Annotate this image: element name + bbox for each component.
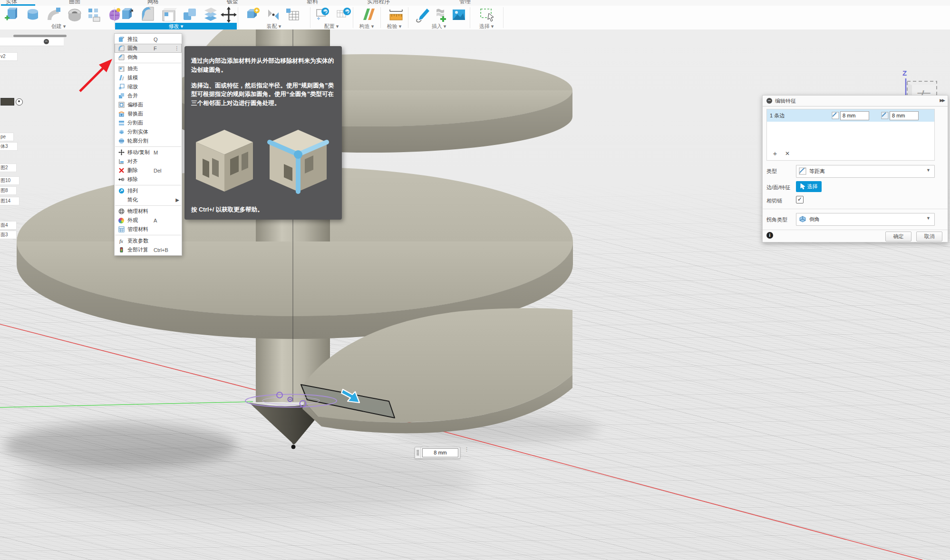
menu-item-replace-face[interactable]: 替换面 [115,109,182,118]
create-solid-icon[interactable] [4,7,20,23]
menu-item-scale[interactable]: 缩放 [115,82,182,91]
assemble-component-icon[interactable] [244,7,261,23]
assemble-table-icon[interactable] [284,7,301,23]
browser-item[interactable]: 图10 [0,176,19,185]
remove-selection-button[interactable]: ✕ [784,150,791,157]
group-inspect-label[interactable]: 检验 ▾ [381,23,407,29]
select-box-icon[interactable] [479,7,495,23]
create-hole-icon[interactable] [67,7,83,23]
menu-item-change-parameters[interactable]: fx 更改参数 [115,236,182,245]
menu-item-physical-material[interactable]: 物理材料 [115,207,182,216]
menu-item-split-body[interactable]: 分割实体 [115,127,182,136]
menu-item-appearance[interactable]: 外观 A [115,216,182,225]
info-icon[interactable]: i [766,232,773,239]
menu-item-move-copy[interactable]: 移动/复制 M [115,148,182,157]
modify-move-icon[interactable] [221,7,237,23]
tangent-chain-checkbox[interactable]: ✓ [796,196,804,203]
browser-item[interactable]: 图14 [0,197,19,205]
fillet-more-icon[interactable]: ⋮ [174,46,179,51]
panel-header[interactable]: − 编辑特征 ▶▶ [763,96,948,106]
menu-item-combine[interactable]: 合并 [115,91,182,100]
tab-sheetmetal[interactable]: 钣金 [227,0,238,6]
menu-item-align[interactable]: 对齐 [115,157,182,166]
select-button[interactable]: 选择 [796,181,822,192]
cube-sharp-illustration [196,130,253,192]
menu-item-split-face[interactable]: 分割面 [115,118,182,127]
menu-separator [115,63,181,63]
menu-item-silhouette-split[interactable]: 轮廓分割 [115,136,182,145]
menu-item-compute-all[interactable]: 全部计算 Ctrl+B [115,245,182,254]
menu-item-remove[interactable]: 移除 [115,175,182,184]
ok-button[interactable]: 确定 [885,232,911,241]
browser-collapse-icon[interactable]: − [44,39,49,44]
radio-visibility-icon[interactable] [16,98,23,106]
assemble-joint-icon[interactable] [265,7,281,23]
menu-item-delete[interactable]: 删除 Del [115,166,182,175]
insert-image-icon[interactable] [451,7,467,23]
group-select-label[interactable]: 选择 ▾ [471,23,502,29]
dimension-input[interactable]: 8 mm [422,448,458,457]
browser-item[interactable]: 图2 [0,164,17,172]
add-selection-button[interactable]: + [772,149,778,157]
browser-item[interactable]: 图8 [0,186,17,195]
remove-icon [118,176,125,183]
type-select[interactable]: 等距离 ▼ [796,165,935,178]
group-assemble-label[interactable]: 装配 ▾ [239,23,309,29]
group-insert-label[interactable]: 插入 ▾ [409,23,469,29]
menu-item-manage-materials[interactable]: 管理材料 [115,225,182,234]
tab-mesh[interactable]: 网格 [147,0,159,6]
move-icon [118,149,125,156]
tab-utilities[interactable]: 实用程序 [367,0,390,6]
submenu-arrow-icon: ▶ [175,197,179,203]
browser-item[interactable]: 面3 [0,231,17,239]
menu-item-draft[interactable]: 拔模 [115,73,182,82]
cancel-button[interactable]: 取消 [916,232,942,241]
modify-fillet-icon[interactable] [140,7,156,23]
modify-shell-icon[interactable] [161,7,177,23]
panel-collapse-icon[interactable]: − [766,98,772,104]
browser-item[interactable] [0,98,25,106]
menu-item-simplify[interactable]: 简化 ▶ [115,195,182,204]
group-configure-label[interactable]: 配置 ▾ [311,23,352,29]
menu-item-arrange[interactable]: 排列 [115,186,182,195]
menu-item-chamfer[interactable]: 倒角 [115,53,182,62]
browser-item[interactable]: pe [0,133,14,141]
create-pattern-icon[interactable] [87,7,103,23]
menu-item-fillet[interactable]: 圆角 F ⋮ [115,44,182,53]
draft-icon [118,75,125,81]
create-revolve-icon[interactable] [25,7,41,23]
group-modify-label[interactable]: 修改 ▾ [115,23,237,29]
modify-combine-icon[interactable] [182,7,198,23]
tab-surface[interactable]: 曲面 [69,0,80,6]
dimension-drag-handle[interactable] [415,447,421,458]
configure-icon[interactable] [315,7,331,23]
fusion-window: 实体 曲面 网格 钣金 塑料 实用程序 管理 [0,0,950,560]
modify-offset-icon[interactable] [203,7,219,23]
create-sweep-icon[interactable] [46,7,62,23]
configure-table-icon[interactable] [336,7,352,23]
browser-scrollbar-thumb[interactable] [13,35,67,37]
construct-plane-icon[interactable] [360,7,377,23]
distance-two-input[interactable]: 8 mm [890,111,919,120]
menu-item-shell[interactable]: 抽壳 [115,64,182,73]
edge-set-row[interactable]: 1 条边 8 mm 8 mm [767,109,934,122]
browser-item[interactable]: v2 [0,52,18,61]
tab-manage[interactable]: 管理 [459,0,471,6]
distance-one-input[interactable]: 8 mm [840,111,869,120]
browser-item[interactable]: 体3 [0,142,18,151]
inspect-measure-icon[interactable] [388,7,404,23]
tab-plastic[interactable]: 塑料 [307,0,318,6]
insert-attach-icon[interactable] [415,7,431,23]
panel-expand-icon[interactable]: ▶▶ [940,98,944,103]
corner-type-select[interactable]: 倒角 ▼ [796,213,935,226]
group-create-label[interactable]: 创建 ▾ [4,23,113,29]
corner-type-label: 拐角类型 [766,216,787,223]
dimension-more-icon[interactable]: ⋮ [464,448,469,457]
menu-item-offset-face[interactable]: 偏移面 [115,100,182,109]
browser-item[interactable]: 面4 [0,221,17,230]
group-construct-label[interactable]: 构造 ▾ [354,23,379,29]
insert-mesh-icon[interactable] [433,7,449,23]
modify-presspull-icon[interactable] [119,7,135,23]
edge-count-label: 1 条边 [770,112,785,119]
menu-item-press-pull[interactable]: 推拉 Q [115,35,182,44]
